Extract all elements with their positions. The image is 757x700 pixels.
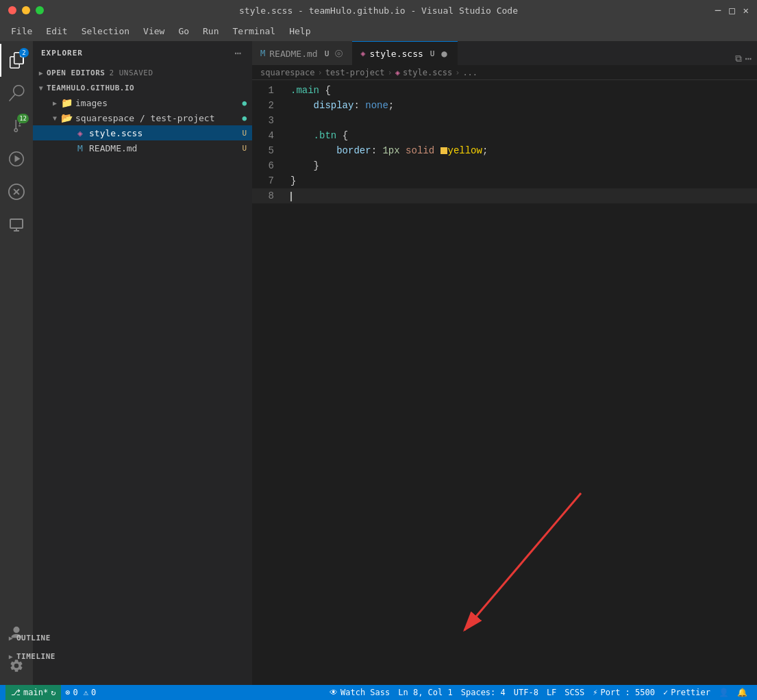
sidebar-item-source-control[interactable]: 12 [0,110,33,142]
window-controls-right: ─ □ ✕ [715,5,749,16]
readme-tab-close[interactable]: ⦾ [333,48,344,59]
scss-tab-label: style.scss [370,49,423,59]
window-title: style.scss - teamHulo.github.io - Visual… [239,5,518,16]
remote-icon-item[interactable]: 👤 [715,685,733,700]
line-num-6: 6 [252,158,285,173]
code-line-2: 2 display: none; [252,98,757,113]
port-item[interactable]: ⚡ Port : 5500 [588,685,659,700]
breadcrumb-style-scss[interactable]: style.scss [403,68,452,77]
tab-style-scss[interactable]: ◈ style.scss U ● [352,41,458,65]
split-editor-icon[interactable]: ⧉ [735,53,742,64]
scss-tab-icon: ◈ [360,49,365,58]
breadcrumb-squarespace[interactable]: squarespace [260,68,314,77]
notifications-item[interactable]: 🔔 [733,685,752,700]
no-arrow-md [63,142,74,153]
line-ending[interactable]: LF [543,685,560,700]
prettier-item[interactable]: ✓ Prettier [659,685,715,700]
readme-badge: U [242,144,247,153]
sidebar-item-search[interactable] [0,77,33,110]
tab-bar-actions: ⧉ ⋯ [730,52,757,65]
spaces[interactable]: Spaces: 4 [457,685,510,700]
errors-warnings[interactable]: ⊗ 0 ⚠ 0 [61,685,100,700]
git-branch-name: main* [23,688,48,697]
images-badge: ● [242,99,247,108]
menu-file[interactable]: File [5,23,38,39]
squarespace-badge: ● [242,114,247,123]
git-branch-icon: ⎇ [11,688,21,697]
breadcrumb-more[interactable]: ... [462,68,477,77]
scss-tab-modified: U [430,49,435,58]
menu-run[interactable]: Run [197,23,224,39]
watch-sass[interactable]: 👁 Watch Sass [325,685,394,700]
scss-file-icon: ◈ [74,127,86,139]
menu-edit[interactable]: Edit [40,23,73,39]
open-editors-label: OPEN EDITORS [47,68,105,77]
line-num-1: 1 [252,83,285,98]
menu-terminal[interactable]: Terminal [227,23,282,39]
folder-icon-squarespace: 📂 [60,112,73,124]
tree-item-images[interactable]: ▶ 📁 images ● [33,95,252,110]
encoding[interactable]: UTF-8 [510,685,543,700]
tree-item-style-scss[interactable]: ◈ style.scss U [33,125,252,140]
language-mode[interactable]: SCSS [560,685,588,700]
close-button[interactable] [8,6,16,14]
tree-item-readme[interactable]: M README.md U [33,140,252,155]
code-editor[interactable]: 1 .main { 2 display: none; 3 4 .btn { 5 [252,80,757,685]
code-line-1: 1 .main { [252,83,757,98]
timeline-section[interactable]: ▶ TIMELINE [33,647,219,666]
git-sync-icon: ↻ [51,688,55,697]
title-bar: style.scss - teamHulo.github.io - Visual… [0,0,757,21]
menu-help[interactable]: Help [284,23,316,39]
outline-section[interactable]: ▶ OUTLINE [33,629,219,647]
more-actions-icon[interactable]: ⋯ [745,52,752,65]
code-line-7: 7 } [252,173,757,188]
sidebar-item-extensions[interactable] [0,175,33,208]
sidebar-item-run-debug[interactable] [0,142,33,175]
git-branch[interactable]: ⎇ main* ↻ [5,685,61,700]
tree-label-readme: README.md [89,143,242,153]
cursor-position[interactable]: Ln 8, Col 1 [394,685,456,700]
restore-icon[interactable]: □ [729,5,734,16]
close-icon[interactable]: ✕ [743,5,749,16]
breadcrumb: squarespace › test-project › ◈ style.scs… [252,65,757,80]
breadcrumb-scss-icon: ◈ [395,68,400,77]
menu-go[interactable]: Go [173,23,195,39]
tree-label-images: images [75,98,242,108]
tab-readme[interactable]: M README.md U ⦾ [252,41,352,65]
sidebar-item-remote[interactable] [0,208,33,241]
code-line-6: 6 } [252,158,757,173]
line-content-2: display: none; [285,98,394,113]
readme-tab-label: README.md [269,49,317,59]
line-content-6: } [285,158,319,173]
line-num-5: 5 [252,143,285,158]
breadcrumb-test-project[interactable]: test-project [325,68,385,77]
line-content-8 [285,188,292,203]
minimize-icon[interactable]: ─ [715,5,721,16]
open-editors-section[interactable]: ▶ OPEN EDITORS 2 unsaved [33,65,252,80]
notifications-icon: 🔔 [737,688,747,697]
readme-tab-icon: M [260,49,265,58]
error-icon: ⊗ [65,688,70,697]
scss-tab-close[interactable]: ● [438,48,449,59]
menu-view[interactable]: View [138,23,170,39]
text-cursor [290,192,292,201]
line-content-5: border: 1px solid yellow; [285,143,488,158]
workspace-section[interactable]: ▼ TEAMHULO.GITHUB.IO [33,80,252,95]
svg-line-1 [464,493,581,630]
menu-selection[interactable]: Selection [76,23,135,39]
sidebar-item-explorer[interactable]: 2 [0,44,33,77]
code-line-4: 4 .btn { [252,128,757,143]
source-control-badge: 12 [17,114,29,123]
sidebar-content: ▶ OPEN EDITORS 2 unsaved ▼ TEAMHULO.GITH… [33,65,252,685]
line-content-4: .btn { [285,128,348,143]
new-file-icon[interactable]: ⋯ [232,45,244,61]
red-arrow [375,479,704,658]
line-content-3 [285,113,290,128]
md-file-icon: M [74,142,86,154]
maximize-button[interactable] [36,6,44,14]
tree-item-squarespace[interactable]: ▼ 📂 squarespace / test-project ● [33,110,252,125]
minimize-button[interactable] [22,6,30,14]
prettier-label: Prettier [671,688,710,697]
workspace-arrow: ▼ [36,82,47,93]
line-content-1: .main { [285,83,331,98]
